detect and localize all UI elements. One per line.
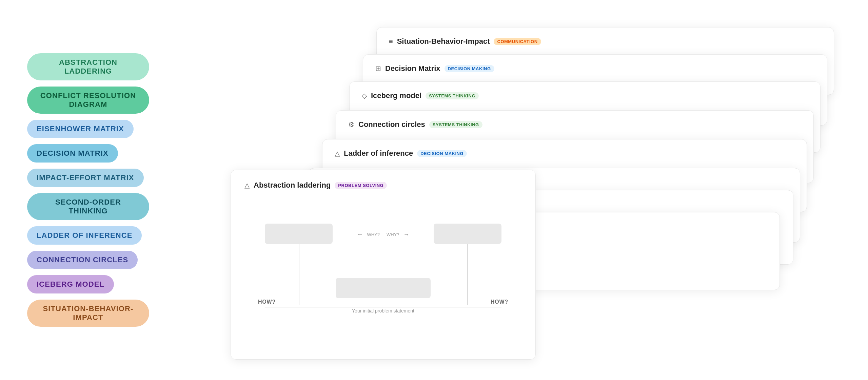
how2-label: HOW? (491, 299, 508, 305)
card-header: ⊞ Decision Matrix DECISION MAKING (375, 64, 815, 73)
tag-situation-behavior[interactable]: SITUATION-BEHAVIOR-IMPACT (27, 300, 149, 327)
gear-icon: ⚙ (348, 120, 354, 129)
card-badge: SYSTEMS THINKING (426, 92, 479, 99)
card-badge: PROBLEM SOLVING (335, 182, 387, 189)
tag-conflict-resolution[interactable]: CONFLICT RESOLUTION DIAGRAM (27, 87, 149, 114)
card-header: ◇ Iceberg model SYSTEMS THINKING (362, 91, 808, 100)
card-badge: COMMUNICATION (494, 38, 541, 45)
problem-box-center (336, 278, 431, 298)
grid-icon: ⊞ (375, 64, 381, 73)
card-title: Decision Matrix (385, 64, 440, 73)
card-badge: SYSTEMS THINKING (429, 121, 482, 128)
problem-box-left (265, 224, 333, 244)
left-panel: ABSTRACTION LADDERING CONFLICT RESOLUTIO… (0, 33, 176, 347)
card-header: ≡ Situation-Behavior-Impact COMMUNICATIO… (389, 37, 822, 46)
card-header: ⚙ Connection circles SYSTEMS THINKING (348, 120, 801, 129)
tag-second-order[interactable]: SECOND-ORDER THINKING (27, 193, 149, 220)
card-title: Connection circles (358, 120, 425, 129)
card-abstraction-laddering[interactable]: △ Abstraction laddering PROBLEM SOLVING … (231, 170, 536, 360)
line-horizontal (265, 307, 501, 307)
card-title: Abstraction laddering (254, 181, 331, 190)
right-panel: ≡ Situation-Behavior-Impact COMMUNICATIO… (176, 0, 868, 380)
initial-problem-label: Your initial problem statement (352, 308, 414, 314)
triangle-icon: △ (335, 149, 340, 157)
card-title: Iceberg model (371, 91, 421, 100)
diamond-icon: ◇ (362, 92, 367, 100)
cards-stack: ≡ Situation-Behavior-Impact COMMUNICATIO… (231, 20, 841, 360)
tag-abstraction-laddering[interactable]: ABSTRACTION LADDERING (27, 53, 149, 80)
tag-connection-circles[interactable]: CONNECTION CIRCLES (27, 251, 138, 269)
tag-decision-matrix[interactable]: DECISION MATRIX (27, 144, 118, 163)
line-vertical-left (299, 244, 299, 305)
tag-impact-effort[interactable]: IMPACT-EFFORT MATRIX (27, 169, 144, 187)
arrows-why: ← WHY? WHY? → (357, 231, 409, 238)
card-title: Ladder of inference (344, 149, 413, 158)
card-badge: DECISION MAKING (445, 65, 494, 72)
card-title: Situation-Behavior-Impact (397, 37, 490, 46)
tag-eisenhower-matrix[interactable]: EISENHOWER MATRIX (27, 120, 134, 138)
why1-label: WHY? (367, 232, 380, 237)
card-badge: DECISION MAKING (417, 150, 467, 157)
tag-iceberg-model[interactable]: ICEBERG MODEL (27, 275, 114, 293)
why2-label: WHY? (387, 232, 399, 237)
card-header: △ Ladder of inference DECISION MAKING (335, 149, 794, 158)
triangle-icon: △ (244, 181, 250, 189)
card-header: △ Abstraction laddering PROBLEM SOLVING (244, 181, 522, 190)
menu-icon: ≡ (389, 38, 393, 45)
problem-box-right (434, 224, 501, 244)
line-vertical-right (467, 244, 468, 305)
tag-ladder-inference[interactable]: LADDER OF INFERENCE (27, 226, 142, 245)
how1-label: HOW? (258, 299, 276, 305)
abstraction-diagram: ← WHY? WHY? → HOW? HOW? Your initial pro… (244, 203, 522, 332)
